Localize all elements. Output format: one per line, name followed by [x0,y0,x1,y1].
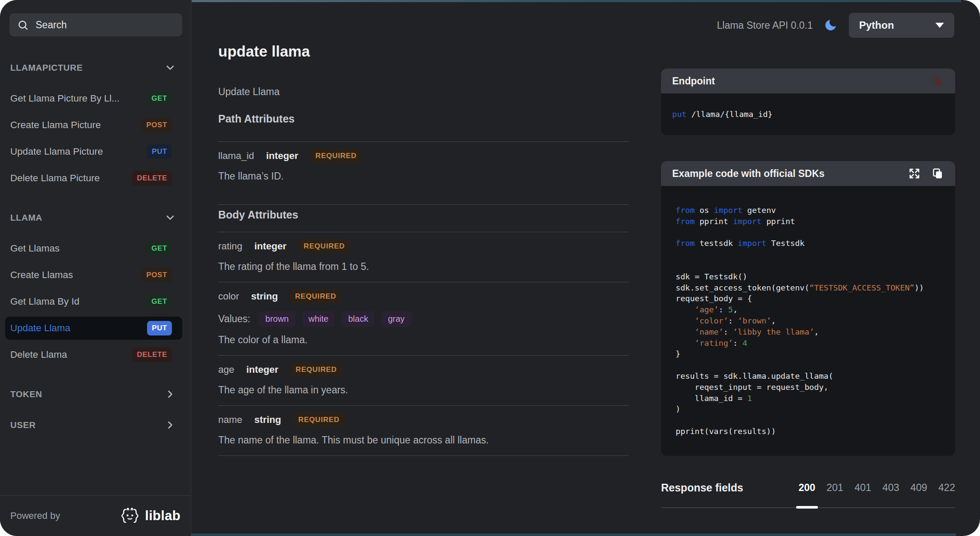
copy-icon[interactable] [931,75,944,87]
sidebar-section-token: TOKEN [9,388,182,401]
sidebar-item-create-llamas[interactable]: Create LlamasPOST [5,264,182,287]
divider [218,455,629,456]
code-card-title: Example code with official SDKs [672,168,824,180]
sidebar-section-header-llama[interactable]: LLAMA [10,211,176,224]
code-line: llama_id = 1 [676,393,941,404]
endpoint-title: Endpoint [672,75,715,87]
value-badge-gray: gray [382,311,411,327]
page-title: update llama [218,42,629,61]
sidebar-item-update-llama-picture[interactable]: Update Llama PicturePUT [5,140,182,163]
code-line: from testsdk import Testsdk [676,238,941,249]
method-badge-delete: DELETE [132,171,172,186]
attribute-name: age [218,364,234,375]
response-tab-401[interactable]: 401 [854,482,871,494]
liblab-llama-icon [119,506,141,526]
method-badge-get: GET [147,91,172,106]
sidebar-item-delete-llama[interactable]: Delete LlamaDELETE [5,343,182,366]
sidebar-item-label: Get Llamas [10,243,60,254]
required-badge: REQUIRED [291,362,342,377]
attribute-row-name: namestringREQUIRED [218,413,629,427]
code-line: pprint(vars(results)) [676,426,941,437]
response-tab-200[interactable]: 200 [799,482,815,494]
divider [218,405,629,406]
top-bar: Llama Store API 0.0.1 Python [717,13,954,38]
method-badge-get: GET [147,294,172,309]
divider [218,141,629,142]
search-placeholder: Search [36,19,67,31]
language-selected: Python [859,19,894,31]
sidebar-section-header-user[interactable]: USER [10,419,176,431]
example-code-card: Example code with official SDKs from os … [661,161,955,456]
sidebar-item-update-llama[interactable]: Update LlamaPUT [5,317,182,340]
code-line: ‘age’: 5, [676,304,941,315]
sidebar-section-header-token[interactable]: TOKEN [10,388,176,401]
chevron-right-icon [164,419,176,431]
sidebar-item-get-llama-picture-by-ll[interactable]: Get Llama Picture By Ll...GET [5,87,182,110]
code-line: ) [676,404,941,415]
attribute-type: integer [247,364,279,375]
divider [218,232,629,232]
method-badge-delete: DELETE [132,347,172,362]
response-tab-403[interactable]: 403 [882,482,899,494]
code-line: ‘name’: ‘libby the llama’, [676,326,941,338]
code-card-header: Example code with official SDKs [661,161,955,186]
value-badge-black: black [342,311,375,327]
sidebar-item-get-llama-by-id[interactable]: Get Llama By IdGET [5,290,182,313]
section-label: TOKEN [10,389,42,399]
copy-icon[interactable] [931,167,944,180]
sidebar-item-label: Create Llama Picture [10,120,101,131]
code-line: results = sdk.llama.update_llama( [676,371,941,382]
endpoint-card-header: Endpoint [661,69,955,93]
values-label: Values: [218,313,250,325]
liblab-logo-text: liblab [145,508,180,524]
code-line: sdk = Testsdk() [676,271,941,282]
method-badge-post: POST [141,118,172,132]
code-line: ‘color’: ‘brown’, [676,315,941,326]
code-line: reqest_input = request_body, [676,382,941,393]
attribute-row-color: colorstringREQUIRED [218,289,629,304]
app-window: update llama Update Llama Path Attribute… [0,0,980,536]
method-badge-put: PUT [147,144,172,159]
code-line: ‘rating’: 4 [676,338,941,349]
expand-icon[interactable] [908,167,921,180]
search-input[interactable]: Search [9,13,182,36]
endpoint-card: Endpoint put /llama/{llama_id} [661,69,955,135]
response-tab-409[interactable]: 409 [911,482,927,494]
code-line [676,359,941,371]
attribute-name: rating [218,241,242,252]
attribute-row-llama_id: llama_idintegerREQUIRED [218,149,629,163]
code-line [676,249,941,260]
sidebar-item-create-llama-picture[interactable]: Create Llama PicturePOST [5,114,182,137]
sidebar-footer: Powered by liblab [0,495,191,536]
divider [218,204,629,205]
search-icon [17,19,29,31]
chevron-down-icon [164,62,176,74]
page-description: Update Llama [218,86,629,98]
code-line: from pprint import pprint [676,216,941,227]
sidebar-item-delete-llama-picture[interactable]: Delete Llama PictureDELETE [5,167,182,190]
powered-by-label: Powered by [10,510,60,521]
sidebar-item-get-llamas[interactable]: Get LlamasGET [5,237,182,260]
code-line: request_body = { [676,293,941,304]
api-title: Llama Store API 0.0.1 [717,20,813,31]
code-line: sdk.set_access_token(getenv(“TESTSDK_ACC… [676,282,941,293]
sidebar-section-llamapicture: LLAMAPICTUREGet Llama Picture By Ll...GE… [9,61,182,190]
attribute-description: The age of the llama in years. [218,384,629,396]
value-badge-white: white [302,311,335,327]
endpoint-url: /llama/{llama_id} [691,110,773,119]
sidebar-section-header-llamapicture[interactable]: LLAMAPICTURE [10,61,176,74]
liblab-logo[interactable]: liblab [119,506,180,526]
theme-toggle-moon-icon[interactable] [824,18,838,32]
sidebar-item-label: Delete Llama [10,349,67,360]
code-block: from os import getenvfrom pprint import … [661,186,955,456]
sidebar-item-label: Update Llama [10,323,70,334]
language-dropdown[interactable]: Python [849,13,954,38]
code-line [676,415,941,426]
attribute-type: integer [254,241,286,252]
response-tab-201[interactable]: 201 [827,482,843,494]
attribute-name: name [218,414,242,425]
divider [218,282,629,282]
divider [218,355,629,356]
response-tab-422[interactable]: 422 [938,482,955,494]
code-line: from os import getenv [676,205,941,216]
